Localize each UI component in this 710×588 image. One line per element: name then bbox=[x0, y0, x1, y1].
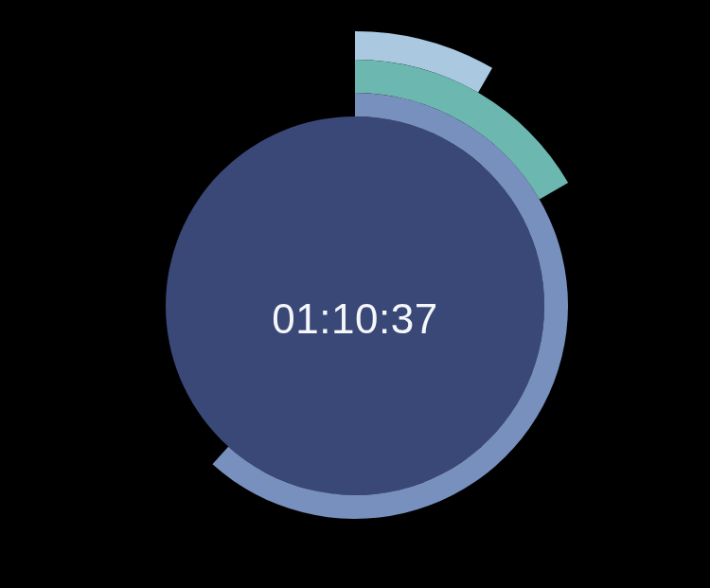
timer-radial-widget: 01:10:37 bbox=[0, 0, 710, 588]
radial-rings bbox=[0, 0, 710, 588]
elapsed-time-label: 01:10:37 bbox=[0, 295, 710, 343]
